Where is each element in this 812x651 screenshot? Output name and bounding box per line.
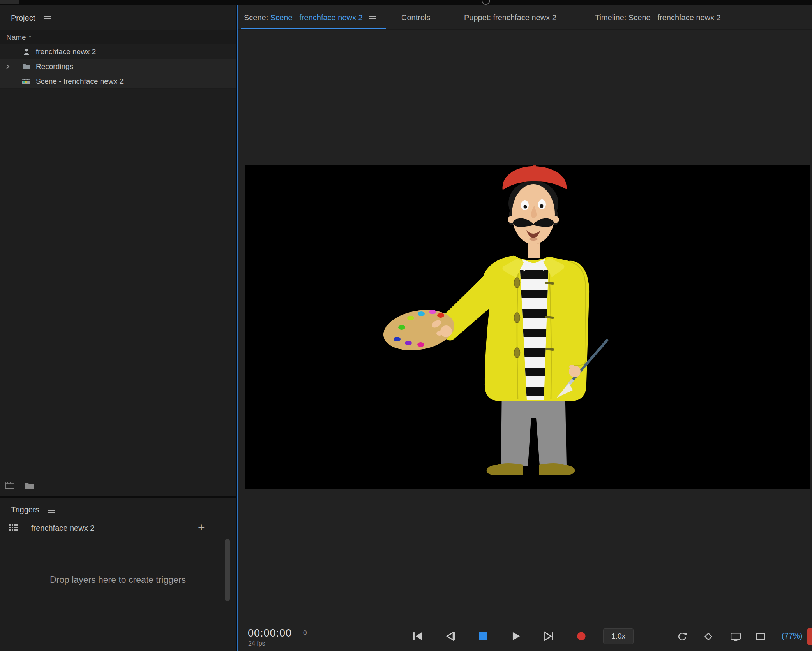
tab-scene-menu-icon[interactable]	[369, 16, 376, 23]
jump-to-start-button[interactable]	[411, 630, 424, 643]
project-item-label: frenchface newx 2	[36, 48, 96, 56]
top-strip-fragment	[0, 0, 19, 4]
character-animator-window: Project Name ↑ frenchface newx 2 Recordi…	[0, 0, 812, 651]
tab-puppet[interactable]: Puppet: frenchface newx 2	[464, 5, 556, 30]
triggers-empty-message: Drop layers here to create triggers	[0, 575, 236, 585]
project-panel: Project Name ↑ frenchface newx 2 Recordi…	[0, 5, 236, 496]
character-head	[503, 165, 567, 244]
top-window-strip	[0, 0, 812, 5]
zoom-level[interactable]: (77%)	[782, 632, 802, 640]
frame-toggle-icon[interactable]	[755, 631, 766, 642]
tab-scene-prefix: Scene:	[244, 13, 270, 22]
project-panel-header: Project	[0, 5, 236, 29]
active-tab-underline	[241, 28, 386, 29]
column-divider	[222, 32, 222, 43]
tab-bar: Scene: Scene - frenchface newx 2 Control…	[238, 5, 812, 30]
triggers-panel-menu-icon[interactable]	[48, 508, 55, 515]
new-scene-icon[interactable]	[5, 481, 16, 490]
triggers-scrollbar[interactable]	[225, 539, 230, 601]
play-button[interactable]	[509, 630, 522, 643]
character-shoe-left	[487, 463, 523, 475]
scene-viewport[interactable]	[245, 165, 810, 489]
trigger-row-label: frenchface newx 2	[31, 524, 94, 533]
timecode-display[interactable]: 00:00:00	[248, 627, 292, 639]
tab-controls[interactable]: Controls	[401, 5, 430, 30]
scene-panel: Scene: Scene - frenchface newx 2 Control…	[237, 5, 812, 651]
playback-speed-value: 1.0x	[611, 632, 625, 640]
stop-button[interactable]	[477, 630, 490, 643]
fps-label: 24 fps	[248, 640, 265, 647]
tab-timeline[interactable]: Timeline: Scene - frenchface newx 2	[595, 5, 721, 30]
toolbar-icon-fragment	[482, 0, 490, 5]
artist-character	[245, 165, 810, 489]
folder-icon	[23, 63, 30, 70]
previous-frame-button[interactable]	[444, 630, 457, 643]
name-column-header[interactable]: Name	[6, 33, 26, 42]
playback-speed-button[interactable]: 1.0x	[603, 628, 634, 644]
project-item-scene[interactable]: Scene - frenchface newx 2	[0, 74, 236, 89]
project-columns-header[interactable]: Name ↑	[0, 30, 236, 44]
character-shoe-right	[539, 463, 575, 475]
diamond-icon[interactable]	[703, 631, 714, 642]
character-jacket	[437, 256, 589, 401]
project-item-puppet[interactable]: frenchface newx 2	[0, 44, 236, 59]
cast-icon[interactable]	[730, 631, 741, 642]
loop-playback-icon[interactable]	[676, 631, 688, 642]
project-item-label: Scene - frenchface newx 2	[36, 77, 124, 86]
record-button[interactable]	[575, 630, 588, 643]
sort-ascending-icon: ↑	[28, 33, 32, 41]
triggers-panel: Triggers frenchface newx 2 + Drop layers…	[0, 498, 236, 651]
trigger-row[interactable]: frenchface newx 2 +	[0, 518, 236, 538]
tab-scene-name: Scene - frenchface newx 2	[270, 13, 363, 22]
trigger-grid-icon	[9, 524, 19, 531]
puppet-icon	[23, 48, 30, 56]
project-panel-menu-icon[interactable]	[44, 16, 51, 23]
next-frame-button[interactable]	[542, 630, 555, 643]
new-folder-icon[interactable]	[24, 481, 34, 490]
project-item-label: Recordings	[36, 62, 73, 71]
triggers-divider	[0, 540, 236, 540]
chevron-right-icon[interactable]	[5, 63, 11, 70]
triggers-panel-title: Triggers	[11, 505, 39, 514]
tab-scene[interactable]: Scene: Scene - frenchface newx 2	[244, 5, 376, 30]
add-trigger-button[interactable]: +	[198, 521, 205, 534]
frame-counter: 0	[303, 629, 307, 637]
project-item-recordings[interactable]: Recordings	[0, 59, 236, 74]
project-panel-title: Project	[11, 14, 35, 23]
edge-control-fragment	[807, 628, 812, 645]
scene-icon	[22, 77, 30, 85]
